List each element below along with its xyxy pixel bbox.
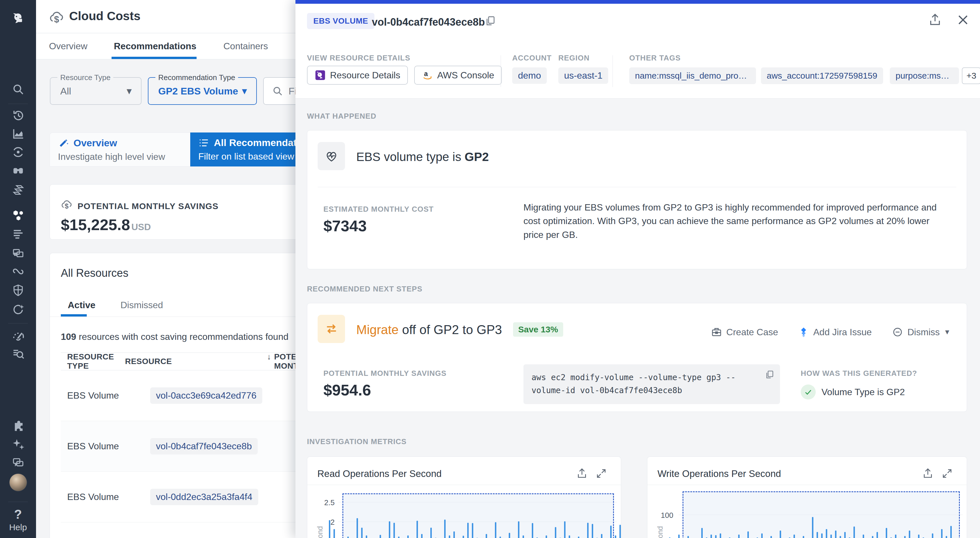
chart-bar — [711, 535, 712, 538]
datadog-logo-icon[interactable] — [0, 8, 36, 28]
dashboards-icon[interactable] — [0, 244, 36, 262]
chart-bar — [886, 528, 887, 538]
tab-dismissed[interactable]: Dismissed — [121, 300, 163, 311]
dismiss-button[interactable]: Dismiss ▼ — [892, 326, 951, 338]
chart-bar — [421, 534, 423, 538]
resource-type-cell: EBS Volume — [61, 441, 150, 452]
chart-bar — [770, 536, 772, 538]
workflows-icon[interactable] — [0, 454, 36, 471]
history-icon[interactable] — [0, 106, 36, 124]
chart-bar — [430, 528, 432, 538]
chart-bar — [569, 535, 570, 538]
aws-console-button[interactable]: a AWS Console — [414, 66, 502, 85]
chart-bar — [592, 524, 593, 538]
metrics-icon[interactable] — [0, 125, 36, 142]
chart-bar — [366, 535, 367, 538]
chart-bar — [816, 532, 818, 538]
chart-bar — [329, 520, 330, 538]
y-axis-label: cond — [656, 526, 664, 538]
chart-bar — [932, 533, 933, 538]
tab-active[interactable]: Active — [68, 300, 95, 311]
security-icon[interactable] — [0, 282, 36, 299]
logs-icon[interactable] — [0, 225, 36, 243]
software-catalog-icon[interactable] — [0, 181, 36, 199]
cloud-costs-icon: $ — [48, 9, 65, 26]
user-avatar[interactable] — [0, 472, 36, 492]
tab-recommendations[interactable]: Recommendations — [114, 33, 196, 59]
page-title: Cloud Costs — [69, 9, 140, 23]
chart-bar — [909, 530, 910, 538]
cli-command-block[interactable]: aws ec2 modify-volume --volume-type gp3 … — [523, 364, 780, 404]
tag-pill[interactable]: aws_account:172597598159 — [761, 67, 883, 84]
help-icon[interactable]: ? — [0, 506, 36, 522]
chart-series — [669, 457, 959, 538]
more-tags-button[interactable]: +3 — [962, 67, 980, 84]
slo-gauge-icon[interactable] — [0, 327, 36, 344]
chart-bar — [830, 535, 832, 538]
help-label[interactable]: Help — [0, 522, 36, 532]
log-explorer-icon[interactable] — [0, 346, 36, 363]
chart-bar — [356, 518, 358, 538]
tab-overview[interactable]: Overview — [49, 33, 88, 59]
copy-icon[interactable] — [484, 15, 496, 27]
meta-divider — [501, 55, 501, 87]
resource-details-button[interactable]: Resource Details — [307, 66, 408, 85]
chart-bar — [853, 527, 855, 538]
col-resource[interactable]: RESOURCE — [125, 357, 172, 366]
region-value[interactable]: us-east-1 — [558, 67, 608, 84]
chart-bar — [546, 535, 547, 538]
chart-bar — [486, 534, 487, 538]
synthetics-icon[interactable] — [0, 301, 36, 318]
chart-bar — [780, 530, 781, 538]
chart-bar — [417, 521, 418, 538]
account-value[interactable]: demo — [512, 67, 547, 84]
close-icon[interactable] — [956, 13, 970, 27]
jira-icon — [798, 327, 809, 338]
chart-bar — [941, 529, 943, 538]
recommendation-type-label: Recommendation Type — [155, 73, 238, 82]
service-connections-icon[interactable] — [0, 263, 36, 280]
create-case-button[interactable]: Create Case — [711, 326, 778, 338]
chart-bar — [904, 536, 906, 538]
watchdog-icon[interactable] — [0, 162, 36, 179]
apm-icon[interactable] — [0, 143, 36, 161]
aws-icon: a — [422, 70, 433, 81]
resource-link[interactable]: vol-0dd2ec3a25a3fa4f4 — [150, 489, 258, 505]
meta-divider — [612, 55, 613, 87]
chart-bar — [701, 528, 703, 538]
generated-reason: Volume Type is GP2 — [821, 387, 905, 397]
svg-text:a: a — [424, 70, 428, 78]
chart-bar — [826, 529, 827, 538]
chart-bar — [863, 535, 864, 538]
infrastructure-icon[interactable] — [0, 207, 36, 224]
add-jira-issue-button[interactable]: Add Jira Issue — [798, 327, 872, 338]
bits-ai-icon[interactable] — [0, 435, 36, 453]
copy-icon[interactable] — [764, 370, 775, 380]
estimated-cost-value: $7343 — [323, 217, 367, 235]
tag-pill[interactable]: purpose:mssql... — [890, 67, 959, 84]
resource-link[interactable]: vol-0acc3e69ca42ed776 — [150, 387, 262, 404]
search-icon[interactable] — [0, 81, 36, 98]
chart-bar — [463, 536, 464, 538]
chart-bar — [946, 536, 947, 538]
view-toggle-overview[interactable]: Overview Investigate high level view — [49, 132, 190, 167]
chart-bar — [687, 536, 689, 538]
chart-bar — [615, 535, 616, 538]
chart-bar — [495, 522, 496, 538]
resource-type-dropdown[interactable]: Resource Type All ▼ — [50, 77, 142, 105]
recommendation-type-dropdown[interactable]: Recommendation Type GP2 EBS Volume ▼ — [148, 77, 257, 105]
sort-desc-icon: ↓ — [267, 352, 271, 371]
overview-card-subtitle: Investigate high level view — [58, 151, 182, 162]
panel-accent-bar — [296, 0, 980, 4]
col-resource-type[interactable]: RESOURCE TYPE — [61, 352, 125, 371]
integrations-puzzle-icon[interactable] — [0, 417, 36, 434]
account-label: ACCOUNT — [512, 54, 552, 62]
estimated-cost-label: ESTIMATED MONTHLY COST — [323, 205, 434, 214]
chart-bar — [578, 536, 579, 538]
export-icon[interactable] — [928, 13, 942, 27]
tab-containers[interactable]: Containers — [223, 33, 268, 59]
what-happened-card: EBS volume type is GP2 ESTIMATED MONTHLY… — [307, 130, 967, 269]
read-ops-chart-card: Read Operations Per Second cond 2.5 2 — [307, 457, 621, 538]
tag-pill[interactable]: name:mssql_iis_demo_prod_1 — [629, 67, 756, 84]
resource-link[interactable]: vol-0b4caf7fe043ece8b — [150, 438, 258, 454]
